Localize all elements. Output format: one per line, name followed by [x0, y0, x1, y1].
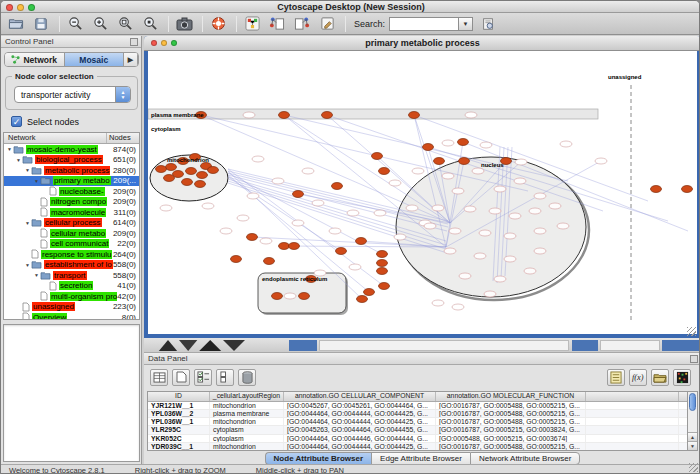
node-label[interactable]: [406, 205, 418, 211]
snapshot-icon[interactable]: [175, 15, 193, 33]
network-node[interactable]: [377, 260, 388, 267]
network-node[interactable]: [434, 158, 445, 165]
network-node[interactable]: [322, 112, 333, 119]
network-node[interactable]: [377, 251, 388, 258]
network-node[interactable]: [231, 256, 242, 263]
node-label[interactable]: [459, 273, 471, 279]
zoom-fit-icon[interactable]: [116, 15, 134, 33]
tree-row[interactable]: response to stimulu264(0): [4, 249, 139, 260]
select-attributes-icon[interactable]: [194, 369, 212, 386]
node-label[interactable]: [424, 223, 436, 229]
network-node[interactable]: [197, 172, 208, 179]
tree-row[interactable]: nucleobase-209(0): [4, 186, 139, 197]
search-dropdown-icon[interactable]: ▼: [459, 17, 473, 31]
network-node[interactable]: [164, 175, 175, 182]
app-resize-grip[interactable]: [689, 463, 698, 472]
network-node[interactable]: [293, 191, 304, 198]
disclosure-triangle-icon[interactable]: ▼: [24, 167, 31, 173]
node-label[interactable]: [534, 228, 546, 234]
node-label[interactable]: [347, 210, 359, 216]
node-color-combo[interactable]: transporter activity ▲▼: [14, 86, 131, 103]
node-label[interactable]: [560, 141, 572, 147]
network-window-titlebar[interactable]: primary metabolic process: [144, 36, 700, 51]
node-label[interactable]: [549, 203, 561, 209]
tree-row[interactable]: ▼metabolic process280(0): [4, 165, 139, 176]
network-manager-icon[interactable]: [243, 15, 261, 33]
network-node[interactable]: [336, 248, 347, 255]
disclosure-triangle-icon[interactable]: ▼: [33, 178, 40, 184]
node-label[interactable]: [595, 158, 607, 164]
node-label[interactable]: [202, 203, 214, 209]
tree-row[interactable]: ▼mosaic-demo-yeast874(0): [4, 144, 139, 155]
node-label[interactable]: [284, 293, 296, 299]
network-node[interactable]: [279, 112, 290, 119]
table-row[interactable]: YLR295Ccytoplasm[GO:0045263, GO:0044464,…: [148, 426, 687, 434]
function-builder-icon[interactable]: f(x): [629, 369, 647, 386]
node-label[interactable]: [515, 159, 527, 165]
tree-row[interactable]: Overview8(0): [4, 312, 139, 320]
birdseye-view-panel[interactable]: [3, 324, 140, 462]
network-node[interactable]: [356, 238, 367, 245]
tree-row[interactable]: macromolecule311(0): [4, 207, 139, 218]
network-node[interactable]: [182, 179, 193, 186]
node-label[interactable]: [524, 268, 536, 274]
node-label[interactable]: [480, 142, 492, 148]
disclosure-triangle-icon[interactable]: ▼: [24, 220, 31, 226]
node-label[interactable]: [389, 180, 401, 186]
network-node[interactable]: [364, 289, 375, 296]
node-label[interactable]: [442, 140, 454, 146]
attribute-table[interactable]: ID_cellularLayoutRegionannotation.GO CEL…: [147, 391, 688, 451]
tree-row[interactable]: ▼transport558(0): [4, 270, 139, 281]
network-node[interactable]: [208, 167, 219, 174]
node-label[interactable]: [504, 256, 516, 262]
tree-row[interactable]: secretion41(0): [4, 281, 139, 292]
scroll-up-icon[interactable]: ▲: [688, 432, 697, 441]
node-label[interactable]: [444, 248, 456, 254]
annotation-icon[interactable]: [318, 15, 336, 33]
node-label[interactable]: [529, 208, 541, 214]
node-label[interactable]: [534, 193, 546, 199]
zoom-selected-icon[interactable]: [141, 15, 159, 33]
network-node[interactable]: [357, 296, 368, 303]
node-label[interactable]: [494, 276, 506, 282]
column-header[interactable]: annotation.GO CELLULAR_COMPONENT: [284, 392, 436, 401]
node-label[interactable]: [349, 264, 361, 270]
zoom-in-icon[interactable]: [91, 15, 109, 33]
node-label[interactable]: [449, 228, 461, 234]
node-label[interactable]: [302, 168, 314, 174]
network-node[interactable]: [166, 164, 177, 171]
node-label[interactable]: [394, 234, 406, 240]
table-row[interactable]: YPL036W__1mitochondrion[GO:0044464, GO:0…: [148, 418, 687, 426]
unselect-attributes-icon[interactable]: [216, 369, 234, 386]
network-node[interactable]: [423, 144, 434, 151]
table-row[interactable]: YJR121W__1mitochondrion[GO:0045267, GO:0…: [148, 402, 687, 410]
tree-row[interactable]: unassigned223(0): [4, 302, 139, 313]
float-panel-icon[interactable]: [690, 355, 698, 363]
node-label[interactable]: [160, 205, 172, 211]
tree-col-network[interactable]: Network: [4, 133, 107, 143]
tree-row[interactable]: ▼biological_process651(0): [4, 155, 139, 166]
scroll-down-icon[interactable]: ▼: [688, 441, 697, 450]
node-label[interactable]: [247, 193, 259, 199]
tab-mosaic[interactable]: Mosaic: [65, 53, 125, 66]
network-node[interactable]: [379, 168, 390, 175]
search-combo[interactable]: ▼: [389, 17, 473, 31]
node-label[interactable]: [514, 178, 526, 184]
node-label[interactable]: [479, 230, 491, 236]
node-label[interactable]: [442, 173, 454, 179]
tab-network[interactable]: Network: [5, 53, 65, 66]
combo-stepper-icon[interactable]: ▲▼: [115, 87, 130, 102]
network-node[interactable]: [289, 243, 300, 250]
tree-col-nodes[interactable]: Nodes: [107, 133, 139, 143]
network-node[interactable]: [409, 112, 420, 119]
table-row[interactable]: YPL036W__2plasma membrane[GO:0044464, GO…: [148, 410, 687, 418]
table-row[interactable]: YDR039C__1mitochondrion[GO:0044464, GO:0…: [148, 443, 687, 451]
network-node[interactable]: [379, 283, 390, 290]
tree-row[interactable]: ▼primary metabo209(...: [4, 176, 139, 187]
network-node[interactable]: [459, 158, 470, 165]
network-node[interactable]: [195, 181, 206, 188]
table-scrollbar[interactable]: ▲ ▼: [687, 391, 698, 451]
network-node[interactable]: [156, 166, 167, 173]
column-header[interactable]: ID: [148, 392, 210, 401]
disclosure-triangle-icon[interactable]: ▼: [15, 157, 22, 163]
